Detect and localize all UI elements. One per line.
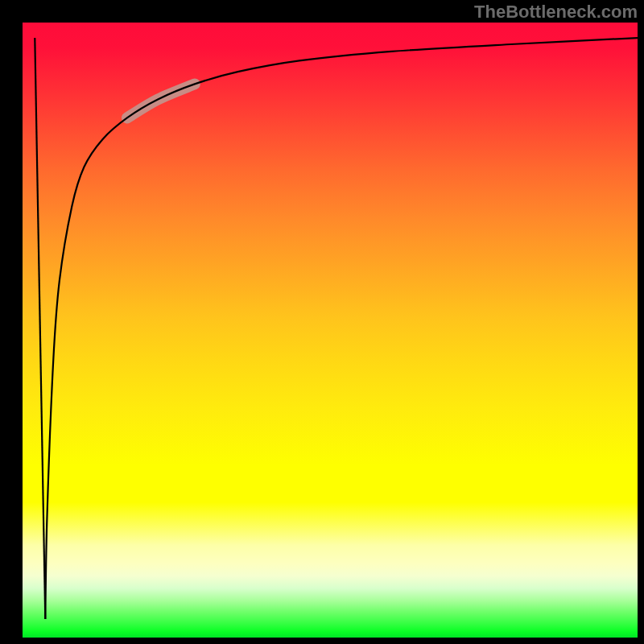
rising-curve <box>45 38 638 619</box>
highlight-segment <box>127 84 195 118</box>
curve-layer <box>23 23 638 638</box>
chart-root: TheBottleneck.com <box>0 0 644 644</box>
falling-line <box>35 38 45 619</box>
watermark-text: TheBottleneck.com <box>474 2 638 23</box>
plot-area <box>23 23 638 638</box>
